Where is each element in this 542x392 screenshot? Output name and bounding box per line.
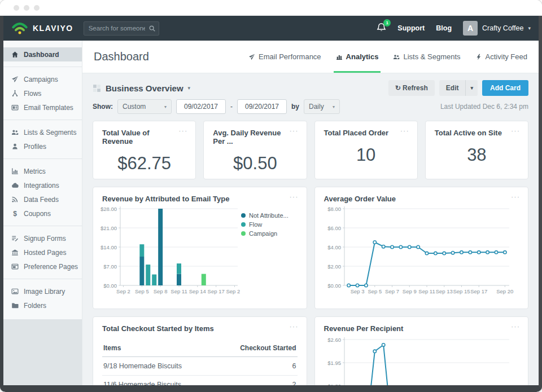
sidebar-item-profiles[interactable]: Profiles — [3, 139, 82, 153]
sidebar-item-email-templates[interactable]: Email Templates — [3, 100, 82, 114]
svg-text:Sep 3: Sep 3 — [350, 288, 364, 294]
users-icon — [393, 54, 400, 60]
svg-text:$1.95: $1.95 — [327, 360, 341, 366]
tab-lists-segments[interactable]: Lists & Segments — [393, 41, 460, 73]
sidebar-item-integrations[interactable]: Integrations — [3, 178, 82, 192]
board-picker[interactable]: Business Overview ▾ — [93, 83, 190, 93]
date-to-input[interactable] — [237, 99, 287, 114]
edit-dropdown-button[interactable]: ▾ — [465, 80, 478, 96]
klaviyo-logo[interactable]: KLAVIYO — [11, 21, 73, 35]
svg-text:Sep 14: Sep 14 — [189, 288, 206, 294]
date-filter-row: Show: Custom▾ - by Daily▾ Last Updated D… — [93, 99, 528, 114]
sidebar-item-data-feeds[interactable]: Data Feeds — [3, 192, 82, 206]
card-menu-button[interactable]: ··· — [511, 195, 520, 199]
rss-icon — [11, 196, 19, 203]
svg-text:Sep 13: Sep 13 — [435, 288, 452, 294]
date-from-input[interactable] — [176, 99, 226, 114]
sidebar-item-label: Image Library — [24, 288, 65, 296]
notifications-button[interactable]: 1 — [377, 23, 386, 34]
card-title: Total Checkout Started by Items — [102, 324, 214, 333]
main-header: Dashboard Email PerformanceAnalyticsList… — [82, 41, 539, 73]
tab-label: Lists & Segments — [403, 52, 460, 61]
support-link[interactable]: Support — [397, 24, 425, 32]
stat-card-value: $0.50 — [204, 153, 306, 174]
search-icon[interactable] — [148, 24, 156, 34]
table-row[interactable]: 11/6 Homemade Biscuits2 — [102, 376, 298, 385]
show-label: Show: — [93, 103, 113, 111]
card-menu-button[interactable]: ··· — [511, 129, 520, 133]
send-icon — [11, 76, 19, 83]
add-card-button[interactable]: Add Card — [482, 80, 528, 96]
card-menu-button[interactable]: ··· — [290, 195, 299, 199]
page-title: Dashboard — [94, 50, 149, 63]
window-dot[interactable] — [14, 5, 19, 11]
svg-text:Sep 5: Sep 5 — [135, 288, 149, 294]
tab-email-performance[interactable]: Email Performance — [248, 41, 321, 73]
sidebar-item-label: Signup Forms — [24, 235, 66, 243]
blog-link[interactable]: Blog — [436, 24, 452, 32]
window-dot[interactable] — [24, 5, 29, 11]
signup-icon — [11, 235, 19, 242]
range-select[interactable]: Custom▾ — [117, 99, 172, 114]
sidebar-item-lists-segments[interactable]: Lists & Segments — [3, 125, 82, 139]
sidebar-item-label: Data Feeds — [24, 196, 59, 204]
folder-icon — [11, 302, 19, 309]
app-window: KLAVIYO 1 Support Blog — [0, 0, 542, 392]
by-label: by — [291, 103, 299, 111]
stat-card-total-active-on-site: Total Active on Site···38 — [425, 121, 528, 179]
svg-text:$: $ — [13, 210, 17, 217]
dollar-icon: $ — [11, 210, 19, 217]
table-row[interactable]: 9/18 Homemade Biscuits6 — [102, 357, 298, 376]
card-menu-button[interactable]: ··· — [290, 129, 299, 133]
sidebar-item-image-library[interactable]: Image Library — [3, 284, 82, 298]
sidebar-item-hosted-pages[interactable]: Hosted Pages — [3, 245, 82, 259]
search-input[interactable] — [84, 21, 159, 36]
sidebar-item-campaigns[interactable]: Campaigns — [3, 72, 82, 86]
sidebar-item-label: Lists & Segments — [24, 129, 76, 136]
chevron-down-icon: ▾ — [188, 85, 191, 91]
tab-analytics[interactable]: Analytics — [336, 41, 379, 73]
svg-text:$4.00: $4.00 — [327, 244, 341, 250]
sidebar-item-signup-forms[interactable]: Signup Forms — [3, 231, 82, 245]
card-menu-button[interactable]: ··· — [511, 324, 520, 329]
sidebar-item-label: Metrics — [24, 168, 46, 175]
sidebar-item-metrics[interactable]: Metrics — [3, 164, 82, 178]
svg-text:Sep 17: Sep 17 — [470, 288, 487, 294]
account-menu[interactable]: A Crafty Coffee ▾ — [463, 21, 531, 36]
card-menu-button[interactable]: ··· — [400, 129, 409, 133]
chevron-down-icon: ▾ — [333, 104, 335, 109]
stat-cards-row: Total Value of Revenue···$62.75Avg. Dail… — [93, 121, 528, 179]
svg-text:$7.00: $7.00 — [103, 263, 117, 270]
home-icon — [11, 51, 19, 58]
stat-card-title: Total Value of Revenue — [102, 129, 178, 146]
sidebar-item-dashboard[interactable]: Dashboard — [3, 47, 82, 61]
account-name: Crafty Coffee — [482, 24, 523, 32]
main-area: Dashboard Email PerformanceAnalyticsList… — [82, 41, 539, 385]
sidebar-item-coupons[interactable]: $Coupons — [3, 206, 82, 221]
average-order-value-chart: $0.00$2.00$4.00$6.00$8.00Sep 3Sep 5Sep 7… — [321, 204, 516, 299]
svg-text:Sep 15: Sep 15 — [453, 288, 470, 294]
window-dot[interactable] — [34, 5, 40, 11]
tab-activity-feed[interactable]: Activity Feed — [475, 41, 527, 73]
edit-split-button: Edit ▾ — [439, 80, 478, 96]
last-updated-text: Last Updated Dec 6, 2:34 pm — [440, 103, 528, 111]
legend-dot — [241, 231, 246, 236]
bolt-icon — [475, 54, 482, 60]
card-menu-button[interactable]: ··· — [290, 324, 299, 329]
sidebar-item-folders[interactable]: Folders — [3, 298, 82, 312]
window-titlebar — [0, 0, 542, 16]
refresh-button[interactable]: ↻ Refresh — [388, 80, 435, 96]
edit-button[interactable]: Edit — [439, 80, 466, 96]
sidebar-item-flows[interactable]: Flows — [3, 86, 82, 100]
checkout-started-card: Total Checkout Started by Items ··· Item… — [93, 316, 307, 385]
interval-select[interactable]: Daily▾ — [304, 99, 340, 114]
revenue-per-recipient-card: Revenue Per Recipient ··· $0.00$0.65$1.3… — [314, 316, 529, 385]
svg-text:$8.00: $8.00 — [327, 206, 341, 212]
svg-text:Sep 20: Sep 20 — [496, 288, 513, 294]
prefpage-icon — [11, 263, 19, 270]
sidebar-item-preference-pages[interactable]: Preference Pages — [3, 259, 82, 274]
revenue-per-recipient-chart: $0.00$0.65$1.30$1.95$2.60Sep 3Sep 5Sep 7… — [321, 334, 516, 385]
svg-text:$2.00: $2.00 — [327, 263, 341, 270]
legend-dot — [241, 222, 246, 227]
card-menu-button[interactable]: ··· — [178, 129, 187, 133]
